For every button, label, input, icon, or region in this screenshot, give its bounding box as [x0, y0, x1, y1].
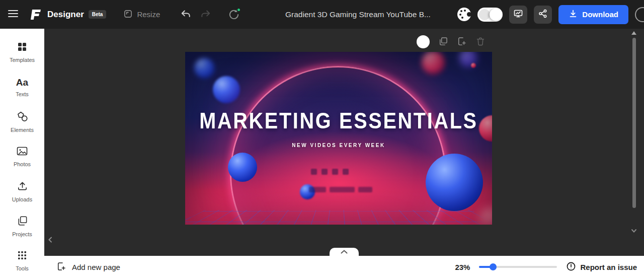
- add-new-page-label: Add new page: [72, 263, 120, 271]
- projects-icon: [17, 215, 28, 228]
- banner-subtitle-text[interactable]: NEW VIDEOS EVERY WEEK: [185, 143, 492, 148]
- toggle-knob[interactable]: [490, 9, 502, 21]
- sidebar-item-photos[interactable]: Photos: [0, 139, 44, 174]
- sidebar-item-projects[interactable]: Projects: [0, 208, 44, 243]
- avatar[interactable]: [635, 7, 644, 22]
- duplicate-page-button[interactable]: [438, 36, 448, 48]
- zoom-slider[interactable]: [479, 263, 557, 270]
- download-label: Download: [582, 10, 618, 19]
- banner-title-text[interactable]: MARKETING ESSENTIALS: [199, 108, 477, 133]
- duplicate-icon: [438, 36, 448, 48]
- sync-status-dot: [236, 8, 241, 12]
- sphere-decoration: [228, 153, 257, 182]
- sidebar-item-label: Elements: [11, 127, 34, 133]
- topbar: Designer Beta Resize Gradient 3D Gaming …: [0, 0, 644, 29]
- download-button[interactable]: Download: [558, 5, 628, 24]
- beta-badge: Beta: [89, 10, 107, 19]
- zoom-percent: 23%: [455, 263, 470, 271]
- expand-pages-tab[interactable]: [330, 248, 359, 256]
- alert-circle-icon: [566, 261, 576, 273]
- sidebar-item-label: Photos: [14, 161, 31, 167]
- chevron-up-icon: [340, 248, 348, 256]
- sidebar-item-elements[interactable]: Elements: [0, 104, 44, 139]
- texts-icon: Aa: [16, 77, 28, 88]
- delete-page-button[interactable]: [475, 36, 486, 48]
- canvas-area: MARKETING ESSENTIALS NEW VIDEOS EVERY WE…: [44, 29, 644, 256]
- present-button[interactable]: [509, 6, 527, 24]
- design-page[interactable]: MARKETING ESSENTIALS NEW VIDEOS EVERY WE…: [185, 52, 492, 225]
- undo-icon: [180, 9, 191, 20]
- elements-icon: [17, 111, 28, 124]
- sidebar-item-label: Tools: [16, 265, 29, 271]
- add-page-button[interactable]: [457, 36, 467, 48]
- theme-toggle[interactable]: [477, 8, 503, 22]
- sidebar-item-tools[interactable]: Tools: [0, 243, 44, 278]
- share-icon: [538, 9, 548, 20]
- uploads-icon: [17, 180, 28, 193]
- sidebar-item-label: Templates: [10, 57, 35, 63]
- menu-button[interactable]: [7, 8, 19, 21]
- zoom-slider-knob[interactable]: [490, 263, 497, 270]
- add-page-icon: [457, 36, 467, 48]
- add-new-page-button[interactable]: Add new page: [56, 256, 120, 278]
- toggle-track-dot: [479, 9, 490, 20]
- resize-label: Resize: [137, 10, 160, 19]
- sidebar-item-label: Uploads: [12, 196, 32, 202]
- sidebar-item-label: Projects: [12, 231, 32, 237]
- report-issue-label: Report an issue: [580, 263, 637, 271]
- redo-button[interactable]: [200, 9, 211, 20]
- sidebar-item-texts[interactable]: Aa Texts: [0, 70, 44, 104]
- sidebar: Templates Aa Texts Elements Photos Uploa…: [0, 29, 44, 278]
- sidebar-item-templates[interactable]: Templates: [0, 35, 44, 70]
- share-button[interactable]: [534, 6, 552, 24]
- blurred-social-icons: [311, 169, 349, 175]
- page-toolbar: [417, 35, 486, 48]
- collapse-sidebar-arrow[interactable]: [47, 236, 54, 245]
- sidebar-item-label: Texts: [16, 91, 29, 97]
- topbar-right-controls: Download: [457, 0, 644, 29]
- scroll-down-arrow[interactable]: [630, 227, 637, 236]
- tools-icon: [17, 250, 28, 262]
- sidebar-item-uploads[interactable]: Uploads: [0, 174, 44, 208]
- page-color-swatch[interactable]: [417, 35, 430, 48]
- bottombar: Add new page 23% Report an issue: [44, 256, 644, 278]
- undo-button[interactable]: [180, 9, 191, 20]
- resize-button[interactable]: Resize: [123, 9, 160, 20]
- trash-icon: [475, 36, 486, 48]
- resize-icon: [123, 9, 133, 20]
- sphere-decoration: [471, 63, 476, 68]
- hamburger-icon: [7, 8, 19, 21]
- palette-button[interactable]: [457, 8, 471, 21]
- report-issue-button[interactable]: Report an issue: [566, 261, 637, 273]
- vertical-scrollbar[interactable]: [632, 38, 636, 208]
- designer-logo-icon: [28, 8, 42, 22]
- document-title[interactable]: Gradient 3D Gaming Stream YouTube B...: [285, 0, 431, 29]
- add-page-icon: [56, 261, 66, 273]
- templates-icon: [17, 41, 28, 54]
- redo-icon: [200, 9, 211, 20]
- cloud-sync-icon: [227, 8, 240, 21]
- app-name: Designer: [47, 10, 84, 20]
- download-icon: [569, 9, 578, 20]
- blurred-text-decoration: [309, 187, 372, 192]
- present-icon: [513, 9, 523, 20]
- sphere-decoration: [426, 154, 483, 211]
- bottombar-right-controls: 23% Report an issue: [455, 256, 637, 278]
- photos-icon: [16, 146, 28, 158]
